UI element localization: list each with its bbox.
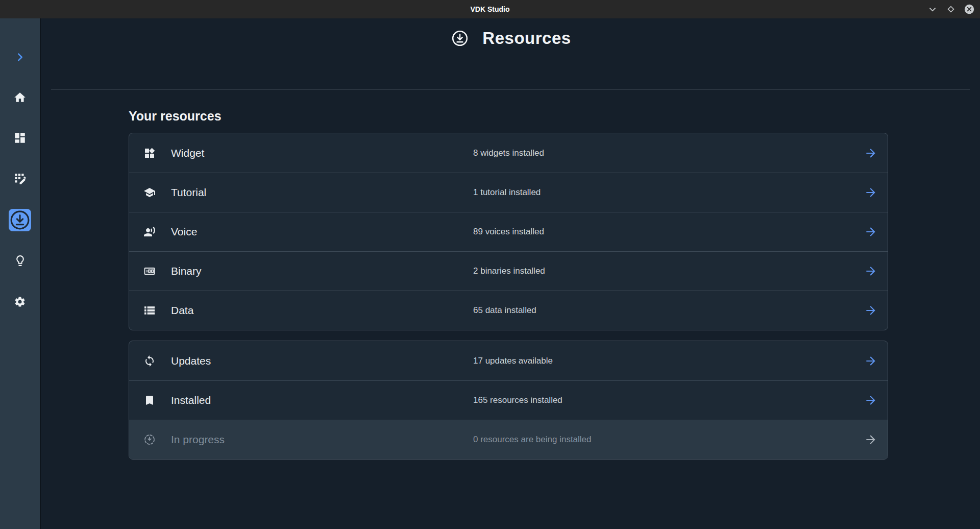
bookmark-icon bbox=[143, 394, 156, 406]
resource-row-data[interactable]: Data 65 data installed bbox=[129, 291, 888, 330]
resource-row-left: In progress bbox=[143, 434, 473, 446]
section-title: Your resources bbox=[129, 109, 888, 124]
widgets-icon bbox=[143, 147, 156, 159]
voice-icon bbox=[143, 226, 156, 238]
resource-row-widget[interactable]: Widget 8 widgets installed bbox=[129, 133, 888, 173]
school-icon bbox=[143, 186, 156, 199]
sidebar-item-home[interactable] bbox=[9, 86, 31, 109]
resource-card-0: Widget 8 widgets installed Tutorial 1 tu… bbox=[129, 133, 888, 330]
lightbulb-icon bbox=[14, 254, 27, 267]
gear-icon bbox=[14, 296, 26, 308]
dashboard-icon bbox=[13, 131, 27, 145]
titlebar: VDK Studio bbox=[0, 0, 980, 18]
download-circle-icon bbox=[451, 29, 469, 47]
resource-row-status: 8 widgets installed bbox=[473, 148, 864, 158]
sidebar-item-dashboard[interactable] bbox=[9, 127, 31, 149]
resource-row-left: Tutorial bbox=[143, 186, 473, 199]
sidebar bbox=[0, 18, 41, 529]
sync-icon bbox=[143, 355, 156, 367]
resource-row-label: Binary bbox=[171, 265, 202, 277]
resource-row-status: 17 updates available bbox=[473, 356, 864, 366]
binary-icon bbox=[143, 265, 156, 277]
resource-row-installed[interactable]: Installed 165 resources installed bbox=[129, 380, 888, 420]
resource-row-label: In progress bbox=[171, 434, 225, 446]
sidebar-item-expand[interactable] bbox=[9, 46, 31, 68]
resource-row-status: 1 tutorial installed bbox=[473, 187, 864, 198]
resource-row-label: Installed bbox=[171, 394, 211, 406]
chevron-right-icon bbox=[14, 52, 26, 63]
resource-row-voice[interactable]: Voice 89 voices installed bbox=[129, 212, 888, 251]
resource-row-status: 165 resources installed bbox=[473, 395, 864, 405]
resource-row-left: Widget bbox=[143, 147, 473, 159]
resource-row-label: Widget bbox=[171, 147, 204, 159]
sidebar-item-resources[interactable] bbox=[9, 209, 31, 231]
resource-row-left: Binary bbox=[143, 265, 473, 277]
arrow-forward-icon bbox=[864, 394, 877, 407]
header-divider bbox=[51, 89, 970, 89]
resource-row-label: Updates bbox=[171, 355, 211, 367]
resource-row-status: 0 resources are being installed bbox=[473, 435, 864, 445]
diamond-icon[interactable] bbox=[945, 4, 957, 15]
page-header: Resources bbox=[42, 27, 980, 50]
resource-row-label: Tutorial bbox=[171, 186, 206, 199]
resource-row-left: Data bbox=[143, 304, 473, 317]
main-content: Resources Your resources Widget 8 widget… bbox=[42, 18, 980, 529]
window-title: VDK Studio bbox=[471, 5, 510, 13]
arrow-forward-icon bbox=[864, 186, 877, 199]
resource-row-left: Updates bbox=[143, 355, 473, 367]
resource-row-tutorial[interactable]: Tutorial 1 tutorial installed bbox=[129, 173, 888, 212]
arrow-forward-icon bbox=[864, 354, 877, 368]
grid-edit-icon bbox=[13, 172, 27, 185]
home-icon bbox=[13, 91, 27, 104]
sidebar-item-ideas[interactable] bbox=[9, 249, 31, 272]
window-controls bbox=[927, 0, 975, 18]
resource-row-updates[interactable]: Updates 17 updates available bbox=[129, 341, 888, 380]
resource-row-left: Voice bbox=[143, 226, 473, 238]
close-circle-icon[interactable] bbox=[964, 4, 975, 15]
resources-section: Your resources Widget 8 widgets installe… bbox=[129, 109, 888, 460]
resource-row-status: 89 voices installed bbox=[473, 227, 864, 237]
app-window: VDK Studio Resources Your resources Widg… bbox=[0, 0, 980, 529]
sidebar-item-settings[interactable] bbox=[9, 291, 31, 313]
resource-row-binary[interactable]: Binary 2 binaries installed bbox=[129, 251, 888, 291]
resource-groups: Widget 8 widgets installed Tutorial 1 tu… bbox=[129, 133, 888, 460]
resource-row-in-progress[interactable]: In progress 0 resources are being instal… bbox=[129, 420, 888, 459]
arrow-forward-icon bbox=[864, 225, 877, 238]
arrow-forward-icon bbox=[864, 304, 877, 317]
page-title: Resources bbox=[482, 29, 571, 48]
resource-row-status: 2 binaries installed bbox=[473, 266, 864, 276]
chevron-down-icon[interactable] bbox=[927, 4, 938, 15]
resource-row-label: Voice bbox=[171, 226, 197, 238]
resource-card-1: Updates 17 updates available Installed 1… bbox=[129, 341, 888, 460]
download-circle-icon bbox=[9, 209, 31, 231]
resource-row-label: Data bbox=[171, 304, 193, 317]
arrow-forward-icon bbox=[864, 147, 877, 160]
arrow-forward-icon bbox=[864, 264, 877, 278]
arrow-forward-icon bbox=[864, 433, 877, 446]
data-icon bbox=[143, 304, 156, 317]
resource-row-status: 65 data installed bbox=[473, 305, 864, 316]
sidebar-item-editor[interactable] bbox=[9, 167, 31, 190]
downloading-icon bbox=[143, 434, 156, 446]
resource-row-left: Installed bbox=[143, 394, 473, 406]
